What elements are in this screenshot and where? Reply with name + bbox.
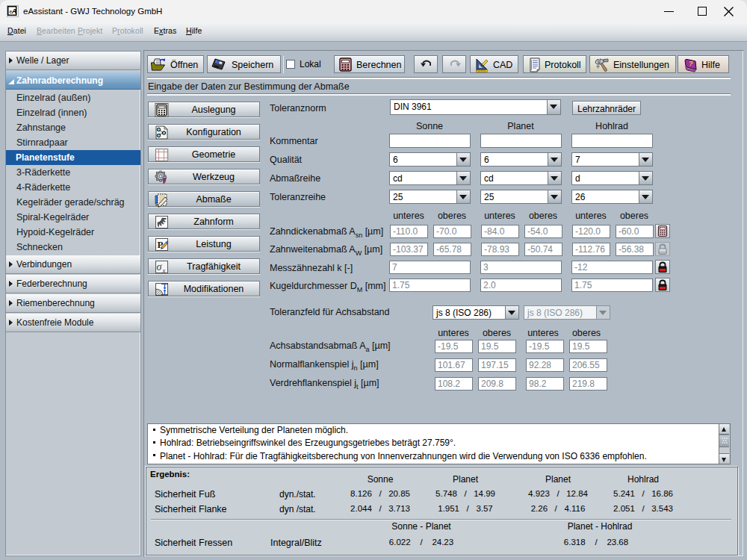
svg-text:A: A [11,7,16,15]
svg-text:σ: σ [157,261,163,273]
svg-text:x: x [162,267,166,274]
